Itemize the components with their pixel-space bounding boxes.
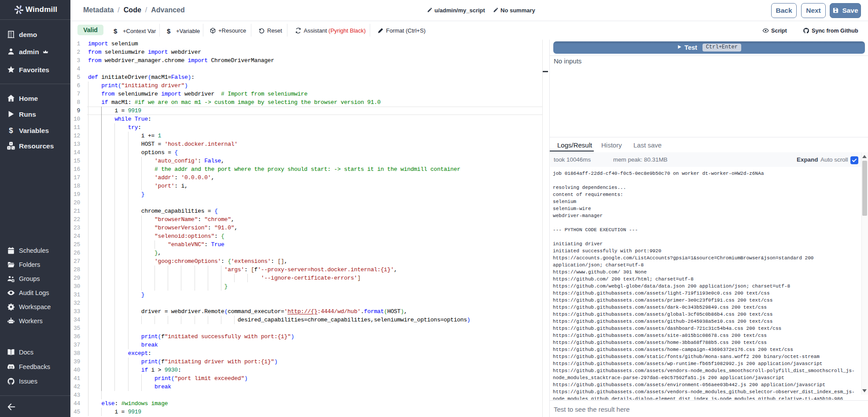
svg-text:$: $ — [9, 126, 13, 135]
